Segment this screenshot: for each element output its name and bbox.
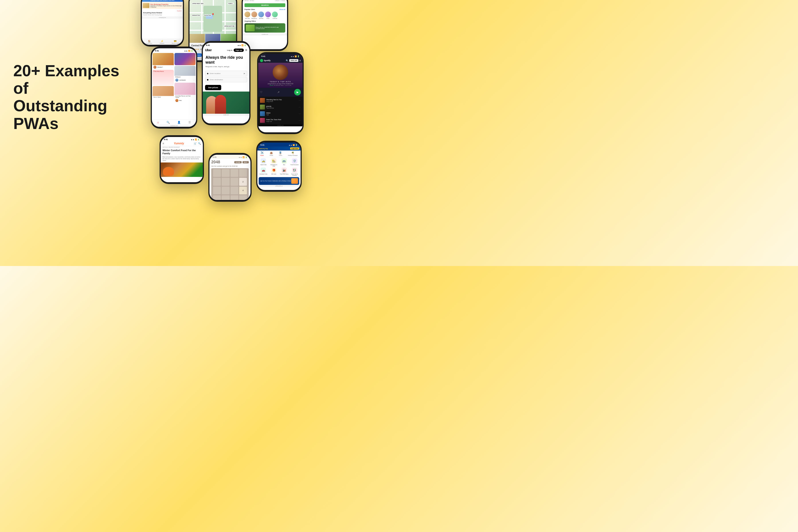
destination-input-row[interactable]: Enter destination: [205, 77, 247, 82]
uber-screen: 9:41 ▲▲ 📶 🔋 Uber Log in Sign up ≡ Always…: [203, 43, 249, 124]
offer-banner[interactable]: Ring in the joy of WINTER HOLIDAYS with …: [245, 23, 285, 33]
city-chennai[interactable]: Chennai: [272, 12, 278, 19]
cell-13: [222, 195, 229, 200]
mmt-offer-image: [291, 178, 298, 184]
near-me-icon: [245, 12, 250, 17]
location-pin[interactable]: 📍: [211, 13, 215, 17]
city-pune[interactable]: Pune: [265, 12, 271, 19]
spotify-play-button[interactable]: ▶: [294, 89, 301, 96]
track-more-1[interactable]: ⋯: [299, 99, 301, 102]
spotify-menu-icon[interactable]: ≡: [299, 59, 301, 62]
score-button[interactable]: SCORE: [234, 161, 242, 164]
holidays-label: Holiday Packages: [288, 155, 298, 156]
mmt-tab-holidays[interactable]: 🌴 Holiday Packages: [288, 151, 298, 156]
pinterest-home-tab[interactable]: ⌂: [157, 121, 159, 124]
track-1[interactable]: Standing Next to You Jung Kook ⋯: [258, 97, 303, 104]
pinterest-search-tab[interactable]: 🔍: [167, 121, 170, 124]
mmt-tab-trains[interactable]: 🚆 Trains: [279, 151, 282, 156]
pin-floral-img: [174, 83, 196, 95]
popular-cities-label: Popular Cities: [245, 8, 255, 10]
uber-login-link[interactable]: Log in: [227, 49, 232, 51]
forex-label: Forex Card & Currency: [290, 173, 299, 176]
bus-label: Bus: [283, 164, 285, 165]
maps-map-view[interactable]: UPPER WEST SIDE YORKV... MANHATTAN UPPER…: [190, 0, 236, 43]
housing-tab-premium[interactable]: ⚡ Premium: [160, 40, 164, 44]
pin-wallpaper[interactable]: Wallpaper ivynotqueen ···: [174, 66, 196, 82]
service-outstation[interactable]: 🚗 Outstation Cabs: [259, 168, 268, 176]
track-more-3[interactable]: ⋯: [299, 113, 301, 115]
pin-sky[interactable]: [174, 53, 196, 65]
housing-explore-link[interactable]: Explore: [177, 10, 182, 12]
pin-planner[interactable]: 📅 My Daily Planner: [152, 70, 174, 86]
park-area: [204, 6, 222, 32]
yummly-breadcrumb: ARTICLE / RECIPE ROUNDUP: [161, 146, 203, 148]
pinterest-screen: 9:41 ▲▲ 📶 🔋 Michelle T. ···: [152, 48, 196, 127]
track-3[interactable]: Water Tyla ⋯: [258, 110, 303, 117]
pin-pink-floral[interactable]: Cute Daily Planner and Task Tracker Etsy: [174, 83, 196, 102]
housing-ad[interactable]: Zero Brokerage Properties Upgrade to Pre…: [142, 2, 183, 9]
pinterest-account-tab[interactable]: ☰: [188, 121, 191, 124]
spotify-like-icon[interactable]: ♡: [260, 91, 263, 94]
spotify-share-icon[interactable]: ↗: [277, 91, 280, 94]
mumbai-img: [258, 12, 264, 17]
yummly-article-title: Winter Comfort Food For the Family: [161, 148, 203, 156]
pin-now-never[interactable]: Now or Never: [152, 86, 174, 98]
cell-7: 2: [239, 178, 247, 186]
housing-tab-suggestions[interactable]: 🏠 Suggestions: [146, 40, 152, 44]
phone-spotify: 9:41 ▲▲ 📶 🔋 Spotify 🔍 OPEN APP ≡ TODAY'S…: [257, 52, 304, 134]
housing-banner[interactable]: Looking to post your property? Post Now: [142, 0, 183, 2]
mmt-offer-banner[interactable]: Light Up Your Festive Celebration with a…: [259, 177, 299, 185]
track-more-4[interactable]: ⋯: [299, 119, 301, 122]
show-all-link[interactable]: Show All: [279, 8, 285, 10]
trains-icon: 🚆: [279, 151, 282, 154]
next-button[interactable]: NEXT: [243, 161, 249, 164]
pinterest-profile-tab[interactable]: 👤: [177, 121, 180, 124]
pin-desert[interactable]: Michelle T. ···: [152, 53, 174, 69]
mmt-login-button[interactable]: Login Now: [290, 147, 299, 150]
location-input-row[interactable]: Enter location ➤: [205, 71, 247, 76]
service-bus[interactable]: 🚌 Bus: [280, 158, 289, 167]
spotify-open-app-button[interactable]: OPEN APP: [289, 59, 298, 62]
district-label-3: MANHATTAN: [192, 14, 201, 16]
track-4[interactable]: Paint The Town Red Doja Cat ⋯: [258, 117, 303, 124]
spotify-search-icon[interactable]: 🔍: [286, 59, 288, 62]
service-insurance[interactable]: 🛡️ Travel Insurance: [290, 158, 299, 167]
playlist-followers: 34,450,547 likes · 1 hr 37 min: [274, 85, 291, 86]
status-bar-uber: 9:41 ▲▲ 📶 🔋: [203, 43, 249, 47]
game2048-grid[interactable]: 2 4: [211, 168, 249, 200]
yummly-cart-icon[interactable]: 🛒: [194, 142, 197, 145]
food-pot: [163, 167, 174, 176]
near-me-label: Near Me: [245, 18, 250, 19]
cell-10: [230, 187, 238, 194]
yummly-menu-icon[interactable]: ≡: [163, 142, 164, 145]
city-near-me[interactable]: Near Me: [245, 12, 250, 19]
location-placeholder: Enter location: [210, 73, 242, 75]
track-name-2: greedy: [266, 105, 297, 107]
uber-signup-button[interactable]: Sign up: [234, 49, 244, 52]
uber-auth-area: Log in Sign up ≡: [227, 48, 247, 52]
track-2[interactable]: greedy Tate McRae ⋯: [258, 104, 303, 110]
city-mumbai[interactable]: Mumbai: [258, 12, 264, 19]
pin-wallpaper-img: [174, 66, 196, 76]
service-train-pnr[interactable]: 🚂 Train PNR Status: [280, 168, 289, 176]
uber-menu-icon[interactable]: ≡: [245, 48, 247, 52]
service-homestays[interactable]: 🏡 Homestays & Villas: [269, 158, 279, 167]
hotels-search-button[interactable]: SEARCH: [245, 3, 285, 7]
district-label-2: YORKV...: [228, 3, 234, 4]
housing-tab-credit[interactable]: 💳 Pay On Credit: [172, 40, 179, 44]
mmt-tab-hotels[interactable]: 🏨 Hotels: [269, 151, 273, 156]
service-airport-cabs[interactable]: 🚕 Airport Cabs: [259, 158, 268, 167]
pune-label: Pune: [267, 18, 269, 19]
yummly-search-icon[interactable]: 🔍: [198, 142, 201, 145]
service-gift-cards[interactable]: 🎁 Gift Cards: [269, 168, 279, 176]
phone-mmt: 9:41 ▲▲ 📶 🔋 makemy trip Login Now ✈️ Fli…: [256, 141, 302, 192]
user-avatar-ivy: [175, 78, 178, 81]
mmt-tab-flights[interactable]: ✈️ Flights: [260, 151, 264, 156]
playlist-tag: TODAY'S TOP HITS: [270, 81, 291, 82]
city-bangalore[interactable]: Bangalore: [251, 12, 257, 19]
service-forex[interactable]: 💱 Forex Card & Currency: [290, 168, 299, 176]
mmt-url: a.Where2Go.in: [258, 185, 301, 187]
see-prices-button[interactable]: See prices: [205, 85, 221, 90]
phones-showcase: 9:41 ▲▲ WiFi 🔋 Looking to post your prop…: [133, 0, 399, 259]
track-more-2[interactable]: ⋯: [299, 106, 301, 108]
